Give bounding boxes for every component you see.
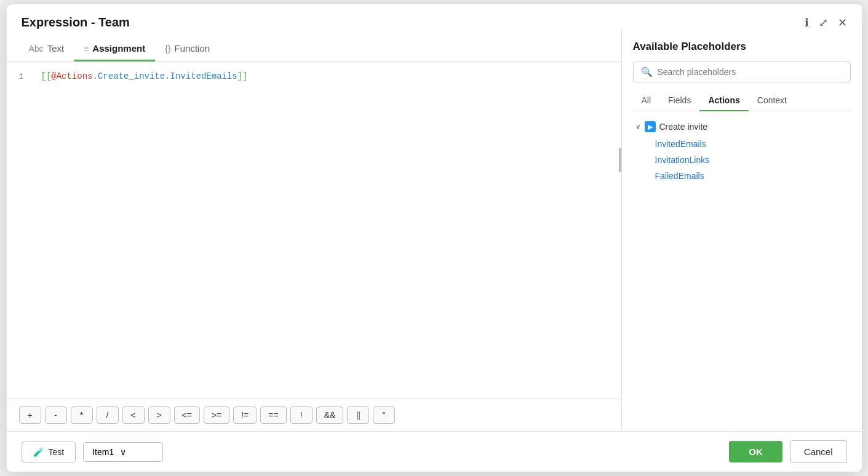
code-content: [[@Actions.Create_invite.InvitedEmails]]: [41, 71, 248, 81]
bottom-bar-left: 🧪 Test Item1 ∨: [22, 442, 164, 462]
placeholder-failed-emails[interactable]: FailedEmails: [650, 168, 851, 184]
bottom-bar-right: OK Cancel: [729, 440, 846, 463]
chevron-down-select-icon: ∨: [120, 447, 126, 457]
text-tab-icon: Abc: [29, 44, 44, 54]
dialog-title: Expression - Team: [22, 15, 130, 30]
expand-icon[interactable]: ⤢: [819, 16, 828, 30]
assignment-tab-icon: ≡: [84, 44, 89, 54]
ok-button[interactable]: OK: [729, 441, 782, 462]
search-input[interactable]: [658, 67, 843, 77]
op-not[interactable]: !: [290, 407, 313, 424]
placeholder-title: Available Placeholders: [633, 41, 851, 53]
test-flask-icon: 🧪: [33, 447, 44, 457]
op-divide[interactable]: /: [97, 407, 119, 424]
bottom-bar: 🧪 Test Item1 ∨ OK Cancel: [7, 431, 862, 472]
op-lte[interactable]: <=: [174, 407, 200, 424]
tab-bar: Abc Text ≡ Assignment {} Function: [7, 30, 621, 61]
code-at: @Actions: [51, 71, 92, 81]
placeholder-items-create-invite: InvitedEmails InvitationLinks FailedEmai…: [633, 136, 851, 184]
op-gt[interactable]: >: [148, 407, 170, 424]
code-editor[interactable]: 1 [[@Actions.Create_invite.InvitedEmails…: [7, 61, 621, 399]
header-icons: ℹ ⤢ ✕: [805, 16, 847, 30]
right-panel: Available Placeholders 🔍 All Fields Acti…: [622, 30, 862, 431]
tab-assignment[interactable]: ≡ Assignment: [74, 38, 155, 61]
dialog-header: Expression - Team ℹ ⤢ ✕: [7, 4, 862, 30]
tab-function-label: Function: [175, 43, 210, 54]
tab-function[interactable]: {} Function: [155, 38, 220, 61]
filter-tabs: All Fields Actions Context: [633, 91, 851, 111]
left-panel: Abc Text ≡ Assignment {} Function 1 [[@A…: [7, 30, 622, 431]
op-plus[interactable]: +: [19, 407, 41, 424]
op-or[interactable]: ||: [347, 407, 369, 424]
expression-dialog: Expression - Team ℹ ⤢ ✕ Abc Text ≡ Assig…: [7, 4, 862, 472]
tab-assignment-label: Assignment: [92, 43, 145, 54]
op-and[interactable]: &&: [316, 407, 344, 424]
tab-text-label: Text: [47, 43, 65, 54]
filter-tab-fields[interactable]: Fields: [659, 91, 699, 111]
dialog-body: Abc Text ≡ Assignment {} Function 1 [[@A…: [7, 30, 862, 431]
op-eq[interactable]: ==: [260, 407, 286, 424]
tab-text[interactable]: Abc Text: [19, 38, 74, 61]
search-icon: 🔍: [641, 66, 653, 77]
code-bracket-close: ]]: [237, 71, 248, 81]
chevron-down-icon: ∨: [635, 122, 641, 131]
group-action-icon: ▶: [645, 121, 656, 132]
placeholder-list: ∨ ▶ Create invite InvitedEmails Invitati…: [633, 111, 851, 431]
group-header-create-invite[interactable]: ∨ ▶ Create invite: [633, 117, 851, 136]
line-number: 1: [19, 71, 29, 81]
close-icon[interactable]: ✕: [838, 16, 847, 30]
test-button[interactable]: 🧪 Test: [22, 442, 76, 462]
filter-tab-actions[interactable]: Actions: [699, 91, 748, 111]
code-action-path: .Create_invite.InvitedEmails: [93, 71, 237, 81]
scrollbar[interactable]: [619, 148, 621, 172]
op-multiply[interactable]: *: [71, 407, 93, 424]
test-label: Test: [49, 447, 65, 457]
op-lt[interactable]: <: [122, 407, 145, 424]
function-tab-icon: {}: [165, 44, 170, 54]
op-neq[interactable]: !=: [233, 407, 257, 424]
filter-tab-all[interactable]: All: [633, 91, 660, 111]
op-gte[interactable]: >=: [204, 407, 229, 424]
group-label-create-invite: Create invite: [659, 122, 708, 132]
op-minus[interactable]: -: [45, 407, 67, 424]
operator-bar: + - * / < > <= >= != == ! && || ": [7, 399, 621, 431]
op-quote[interactable]: ": [373, 407, 395, 424]
filter-tab-context[interactable]: Context: [749, 91, 795, 111]
code-bracket-open: [[: [41, 71, 52, 81]
item-select[interactable]: Item1 ∨: [83, 442, 163, 462]
placeholder-invited-emails[interactable]: InvitedEmails: [650, 136, 851, 152]
search-box: 🔍: [633, 61, 851, 82]
placeholder-group-create-invite: ∨ ▶ Create invite InvitedEmails Invitati…: [633, 117, 851, 184]
code-line-1: 1 [[@Actions.Create_invite.InvitedEmails…: [19, 71, 609, 81]
cancel-button[interactable]: Cancel: [790, 440, 847, 463]
item-select-value: Item1: [92, 447, 114, 457]
info-icon[interactable]: ℹ: [805, 16, 809, 30]
placeholder-invitation-links[interactable]: InvitationLinks: [650, 152, 851, 168]
